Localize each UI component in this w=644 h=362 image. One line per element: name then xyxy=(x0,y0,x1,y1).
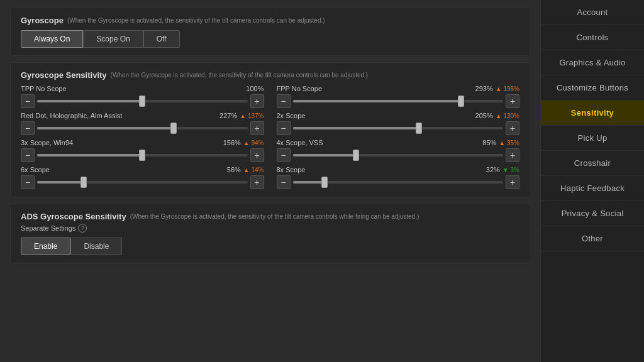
slider-row-4: 3x Scope, Win94 156% ▲ 94% − + xyxy=(21,139,264,162)
slider-controls-5: − + xyxy=(277,148,520,162)
slider-label-7: 8x Scope xyxy=(277,166,306,173)
ads-sensitivity-subtitle: (When the Gyroscope is activated, the se… xyxy=(130,213,419,220)
slider-minus-btn-5[interactable]: − xyxy=(277,148,291,162)
slider-values-3: 205% ▲ 130% xyxy=(475,112,519,119)
slider-label-row-5: 4x Scope, VSS 85% ▲ 35% xyxy=(277,139,520,146)
slider-minus-btn-4[interactable]: − xyxy=(21,148,35,162)
slider-plus-btn-1[interactable]: + xyxy=(506,94,519,108)
slider-track-3[interactable] xyxy=(293,127,504,129)
slider-track-5[interactable] xyxy=(293,154,504,156)
slider-plus-btn-7[interactable]: + xyxy=(506,175,519,189)
slider-label-row-2: Red Dot, Holographic, Aim Assist 227% ▲ … xyxy=(21,112,264,119)
slider-change-2: ▲ 137% xyxy=(240,112,264,119)
ads-sensitivity-title: ADS Gyroscope Sensitivity (When the Gyro… xyxy=(21,212,519,221)
slider-label-row-0: TPP No Scope 100% xyxy=(21,85,264,92)
slider-values-4: 156% ▲ 94% xyxy=(223,139,264,146)
gyroscope-title-text: Gyroscope xyxy=(21,16,64,25)
slider-track-4[interactable] xyxy=(37,154,248,156)
slider-track-7[interactable] xyxy=(293,181,504,184)
main-content: Gyroscope (When the Gyroscope is activat… xyxy=(0,0,540,362)
slider-value-1: 293% xyxy=(475,85,493,92)
sidebar-item-customize-buttons[interactable]: Customize Buttons xyxy=(541,75,644,101)
slider-values-6: 56% ▲ 14% xyxy=(227,166,264,173)
slider-value-2: 227% xyxy=(219,112,237,119)
slider-track-0[interactable] xyxy=(37,100,248,102)
sidebar: AccountControlsGraphics & AudioCustomize… xyxy=(540,0,644,362)
slider-values-7: 32% ▼ 3% xyxy=(486,166,519,173)
separate-settings-text: Separate Settings xyxy=(21,224,75,232)
gyroscope-section: Gyroscope (When the Gyroscope is activat… xyxy=(10,8,530,56)
slider-label-3: 2x Scope xyxy=(277,112,306,119)
ads-sensitivity-title-text: ADS Gyroscope Sensitivity xyxy=(21,212,126,221)
slider-plus-btn-0[interactable]: + xyxy=(250,94,264,108)
slider-track-6[interactable] xyxy=(37,181,248,184)
slider-values-2: 227% ▲ 137% xyxy=(219,112,264,119)
slider-plus-btn-5[interactable]: + xyxy=(506,148,519,162)
ads-enable-btn[interactable]: Enable xyxy=(21,238,70,255)
gyroscope-sensitivity-section: Gyroscope Sensitivity (When the Gyroscop… xyxy=(10,62,530,197)
slider-label-4: 3x Scope, Win94 xyxy=(21,139,73,146)
slider-minus-btn-1[interactable]: − xyxy=(277,94,291,108)
slider-label-6: 6x Scope xyxy=(21,166,50,173)
sidebar-item-account[interactable]: Account xyxy=(541,0,644,25)
slider-change-4: ▲ 94% xyxy=(243,140,264,146)
slider-label-row-3: 2x Scope 205% ▲ 130% xyxy=(277,112,520,119)
slider-row-0: TPP No Scope 100% − + xyxy=(21,85,264,108)
slider-plus-btn-6[interactable]: + xyxy=(250,175,264,189)
slider-values-0: 100% xyxy=(246,85,264,92)
slider-track-1[interactable] xyxy=(293,100,504,102)
slider-values-5: 85% ▲ 35% xyxy=(482,139,519,146)
slider-minus-btn-0[interactable]: − xyxy=(21,94,35,108)
slider-minus-btn-6[interactable]: − xyxy=(21,175,35,189)
sidebar-item-graphics-audio[interactable]: Graphics & Audio xyxy=(541,50,644,75)
slider-label-2: Red Dot, Holographic, Aim Assist xyxy=(21,112,122,119)
slider-row-1: FPP No Scope 293% ▲ 198% − + xyxy=(277,85,520,108)
gyroscope-always-on-btn[interactable]: Always On xyxy=(21,30,83,48)
slider-label-row-4: 3x Scope, Win94 156% ▲ 94% xyxy=(21,139,264,146)
help-icon[interactable]: ? xyxy=(78,224,87,233)
slider-label-5: 4x Scope, VSS xyxy=(277,139,323,146)
slider-label-row-1: FPP No Scope 293% ▲ 198% xyxy=(277,85,520,92)
sidebar-item-pick-up[interactable]: Pick Up xyxy=(541,126,644,151)
gyroscope-sensitivity-subtitle: (When the Gyroscope is activated, the se… xyxy=(111,72,369,79)
slider-label-row-6: 6x Scope 56% ▲ 14% xyxy=(21,166,264,173)
slider-plus-btn-2[interactable]: + xyxy=(250,121,264,135)
slider-plus-btn-4[interactable]: + xyxy=(250,148,264,162)
sidebar-item-crosshair[interactable]: Crosshair xyxy=(541,151,644,176)
separate-settings-label: Separate Settings ? xyxy=(21,224,519,233)
slider-row-2: Red Dot, Holographic, Aim Assist 227% ▲ … xyxy=(21,112,264,135)
sidebar-item-sensitivity[interactable]: Sensitivity xyxy=(541,101,644,126)
slider-values-1: 293% ▲ 198% xyxy=(475,85,519,92)
slider-change-1: ▲ 198% xyxy=(496,85,519,92)
gyroscope-subtitle: (When the Gyroscope is activated, the se… xyxy=(67,17,325,24)
gyroscope-scope-on-btn[interactable]: Scope On xyxy=(83,30,143,48)
slider-controls-1: − + xyxy=(277,94,520,108)
slider-value-0: 100% xyxy=(246,85,264,92)
slider-minus-btn-2[interactable]: − xyxy=(21,121,35,135)
ads-sensitivity-section: ADS Gyroscope Sensitivity (When the Gyro… xyxy=(10,204,530,263)
gyroscope-sensitivity-title: Gyroscope Sensitivity (When the Gyroscop… xyxy=(21,70,519,80)
sidebar-item-haptic-feedback[interactable]: Haptic Feedback xyxy=(541,176,644,201)
slider-minus-btn-7[interactable]: − xyxy=(277,175,291,189)
slider-plus-btn-3[interactable]: + xyxy=(506,121,519,135)
slider-controls-0: − + xyxy=(21,94,264,108)
slider-row-6: 6x Scope 56% ▲ 14% − + xyxy=(21,166,264,189)
slider-controls-2: − + xyxy=(21,121,264,135)
sidebar-item-privacy-social[interactable]: Privacy & Social xyxy=(541,201,644,226)
slider-minus-btn-3[interactable]: − xyxy=(277,121,291,135)
slider-track-2[interactable] xyxy=(37,127,248,129)
sidebar-item-controls[interactable]: Controls xyxy=(541,25,644,50)
ads-disable-btn[interactable]: Disable xyxy=(70,238,122,255)
sensitivity-sliders-grid: TPP No Scope 100% − + FPP No Scope 293% xyxy=(21,85,519,189)
slider-controls-3: − + xyxy=(277,121,520,135)
sidebar-item-other[interactable]: Other xyxy=(541,226,644,251)
slider-label-0: TPP No Scope xyxy=(21,85,67,92)
gyroscope-off-btn[interactable]: Off xyxy=(143,30,180,48)
slider-change-6: ▲ 14% xyxy=(243,167,264,173)
slider-value-6: 56% xyxy=(227,166,241,173)
slider-row-7: 8x Scope 32% ▼ 3% − + xyxy=(277,166,520,189)
slider-label-1: FPP No Scope xyxy=(277,85,323,92)
slider-controls-4: − + xyxy=(21,148,264,162)
ads-toggle-group: Enable Disable xyxy=(21,238,519,255)
slider-value-7: 32% xyxy=(486,166,500,173)
